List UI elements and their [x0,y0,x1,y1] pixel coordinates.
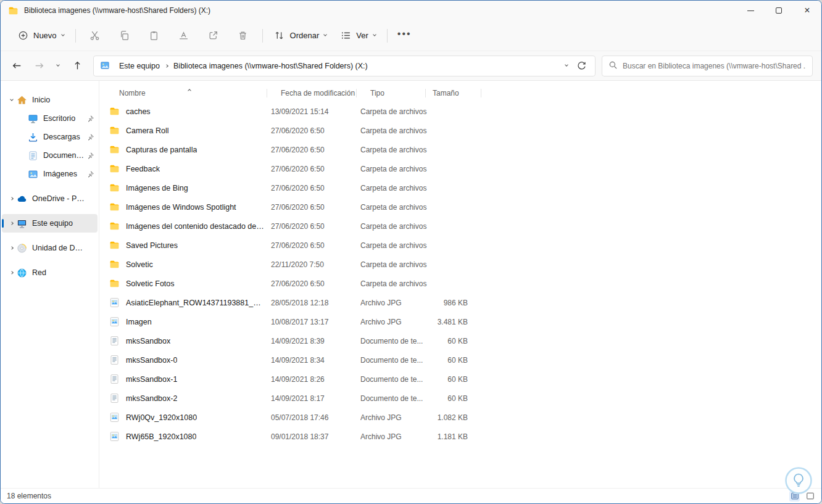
file-size: 986 KB [430,299,485,307]
forward-button[interactable] [29,56,49,76]
cut-button[interactable] [84,25,106,46]
sidebar-item-este-equipo[interactable]: Este equipo [2,214,98,233]
breadcrumb-este-equipo[interactable]: Este equipo [115,59,164,73]
sidebar-item-escritorio[interactable]: Escritorio [2,109,98,128]
address-bar[interactable]: Este equipo Biblioteca imagenes (\\vmwar… [93,56,596,76]
sort-button[interactable]: Ordenar [267,25,334,46]
chevron-right-icon[interactable] [7,222,17,225]
paste-button[interactable] [143,25,165,46]
column-header-tamano[interactable]: Tamaño [430,85,485,102]
toolbar-separator [387,29,388,43]
table-row[interactable]: mksSandbox-0 14/09/2021 8:34 Documento d… [109,350,821,370]
table-row[interactable]: Solvetic Fotos 27/06/2020 6:50 Carpeta d… [109,274,821,293]
table-row[interactable]: mksSandbox-2 14/09/2021 8:17 Documento d… [109,389,821,408]
table-row[interactable]: Capturas de pantalla 27/06/2020 6:50 Car… [109,140,821,159]
copy-button[interactable] [114,25,136,46]
file-type: Documento de te... [360,394,430,403]
view-button-label: Ver [356,31,368,40]
chevron-right-icon[interactable] [7,247,17,249]
sidebar-item-descargas[interactable]: Descargas [2,128,98,146]
items-count: 18 elementos [7,492,51,500]
sidebar-item-inicio[interactable]: Inicio [2,91,98,109]
back-button[interactable] [7,56,27,76]
pictures-icon [28,168,39,180]
file-date: 27/06/2020 6:50 [271,184,360,192]
minimize-button[interactable] [736,1,765,20]
jpg-icon [109,316,120,328]
file-type: Carpeta de archivos [360,203,430,212]
sidebar-item-unidad-de-dvd-d[interactable]: Unidad de DVD (D:) [2,239,98,257]
view-button[interactable]: Ver [333,25,383,46]
file-type: Carpeta de archivos [360,260,430,269]
chevron-right-icon[interactable] [7,271,17,274]
table-row[interactable]: AsiaticElephant_ROW14371193881_1920x... … [109,293,821,312]
share-button[interactable] [202,25,225,46]
file-list: caches 13/09/2021 15:14 Carpeta de archi… [109,102,821,488]
file-type: Carpeta de archivos [360,146,430,154]
table-row[interactable]: Imagen 10/08/2017 13:17 Archivo JPG 3.48… [109,312,821,331]
chevron-right-icon[interactable] [7,197,17,200]
sidebar-item-onedrive-personal[interactable]: OneDrive - Personal [2,189,98,208]
table-row[interactable]: RWj0Qv_1920x1080 05/07/2018 17:46 Archiv… [109,408,821,427]
maximize-button[interactable] [765,1,793,20]
sort-icon [274,30,285,41]
file-name: AsiaticElephant_ROW14371193881_1920x... [126,299,265,307]
file-date: 27/06/2020 6:50 [271,241,360,250]
table-row[interactable]: mksSandbox 14/09/2021 8:39 Documento de … [109,331,821,350]
column-header-nombre[interactable]: Nombre [109,85,271,102]
home-icon [17,94,28,105]
file-size: 60 KB [430,337,485,345]
column-header-label: Tipo [370,89,384,97]
recent-locations-button[interactable] [51,56,65,76]
column-header-fecha[interactable]: Fecha de modificación [271,85,360,102]
sidebar-item-red[interactable]: Red [2,263,98,282]
share-icon [208,30,219,41]
table-row[interactable]: Feedback 27/06/2020 6:50 Carpeta de arch… [109,159,821,178]
new-button[interactable]: Nuevo [10,25,71,46]
breadcrumb-current-location[interactable]: Biblioteca imagenes (\\vmware-host\Share… [170,59,372,73]
file-type: Documento de te... [360,375,430,384]
folder-icon [109,202,120,213]
sort-ascending-icon [188,85,191,94]
table-row[interactable]: RWj65B_1920x1080 09/01/2018 18:37 Archiv… [109,427,821,446]
column-header-tipo[interactable]: Tipo [360,85,430,102]
table-row[interactable]: Saved Pictures 27/06/2020 6:50 Carpeta d… [109,236,821,255]
table-row[interactable]: Imágenes de Windows Spotlight 27/06/2020… [109,197,821,217]
sidebar-item-documentos[interactable]: Documentos [2,146,98,165]
table-row[interactable]: Camera Roll 27/06/2020 6:50 Carpeta de a… [109,121,821,140]
file-name: RWj65B_1920x1080 [126,432,196,441]
address-bar-controls [565,60,589,72]
up-button[interactable] [67,56,87,76]
file-date: 10/08/2017 13:17 [271,318,360,326]
search-icon [608,60,618,72]
file-date: 28/05/2018 12:18 [271,299,360,307]
copy-icon [119,30,130,41]
delete-button[interactable] [232,25,254,46]
file-type: Archivo JPG [360,299,430,307]
rename-button[interactable] [173,25,195,46]
pin-icon [86,115,95,123]
chevron-down-icon[interactable] [7,100,17,101]
table-row[interactable]: Imágenes de Bing 27/06/2020 6:50 Carpeta… [109,178,821,197]
table-row[interactable]: mksSandbox-1 14/09/2021 8:26 Documento d… [109,370,821,389]
more-options-button[interactable]: ••• [392,25,417,46]
file-date: 27/06/2020 6:50 [271,203,360,212]
folder-icon [109,144,120,155]
table-row[interactable]: Solvetic 22/11/2020 7:50 Carpeta de arch… [109,255,821,274]
address-dropdown-icon[interactable] [565,63,568,67]
folder-icon [109,240,120,251]
file-date: 09/01/2018 18:37 [271,432,360,441]
table-row[interactable]: Imágenes del contenido destacado de Wi..… [109,217,821,236]
dvd-icon [17,242,28,254]
file-name: Imagen [126,318,152,326]
file-name: Feedback [126,165,160,173]
search-input[interactable] [623,62,806,70]
table-row[interactable]: caches 13/09/2021 15:14 Carpeta de archi… [109,102,821,121]
close-button[interactable]: × [793,1,821,20]
column-header-label: Nombre [119,89,146,97]
command-bar: Nuevo Ordenar Ver ••• [1,20,821,51]
file-name: RWj0Qv_1920x1080 [126,413,197,422]
sidebar-item-imágenes[interactable]: Imágenes [2,165,98,183]
refresh-button[interactable] [576,60,587,72]
help-tip-bulb-icon[interactable] [784,466,813,495]
